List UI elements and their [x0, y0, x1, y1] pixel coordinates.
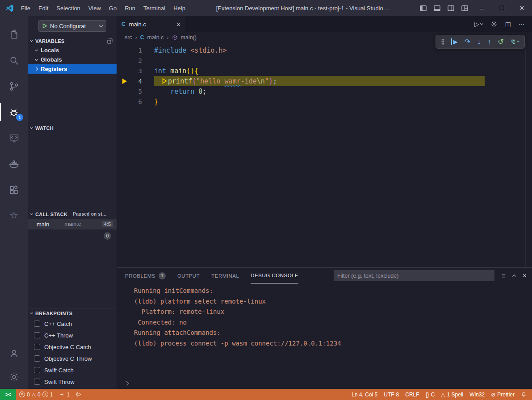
- breakpoint-item[interactable]: Swift Throw: [28, 376, 117, 388]
- restart-button[interactable]: ↺: [498, 38, 503, 46]
- menu-item-edit[interactable]: Edit: [34, 0, 52, 16]
- breadcrumb-symbol[interactable]: main(): [181, 34, 197, 41]
- code-editor[interactable]: 1#include <stdio.h>23int main(){4 printf…: [117, 43, 532, 267]
- debug-console-output[interactable]: Running initCommands:(lldb) platform sel…: [117, 283, 532, 377]
- breakpoint-item[interactable]: C++ Throw: [28, 329, 117, 341]
- breakpoint-item[interactable]: C++ Catch: [28, 318, 117, 329]
- more-actions-icon[interactable]: ⋯: [519, 21, 525, 28]
- drag-handle-icon[interactable]: [441, 39, 444, 45]
- step-over-button[interactable]: ↷: [465, 38, 470, 46]
- settings-button[interactable]: [0, 365, 28, 389]
- editor-settings-gear-icon[interactable]: [490, 21, 498, 28]
- panel-tab-output[interactable]: OUTPUT: [177, 268, 200, 283]
- symbol-method-icon: [172, 35, 178, 41]
- step-into-button[interactable]: ↓: [477, 38, 481, 46]
- menu-item-go[interactable]: Go: [105, 0, 121, 16]
- breakpoint-checkbox[interactable]: [34, 344, 40, 350]
- menu-item-selection[interactable]: Selection: [52, 0, 84, 16]
- console-filter-input[interactable]: [334, 270, 494, 281]
- maximize-panel-icon[interactable]: [512, 275, 515, 278]
- console-line: Running attachCommands:: [134, 329, 532, 340]
- variables-scope-locals[interactable]: Locals: [28, 46, 117, 55]
- formatter-status[interactable]: ⊘ Prettier: [488, 389, 518, 400]
- menu-item-file[interactable]: File: [17, 0, 34, 16]
- filter-list-icon[interactable]: ≡: [502, 272, 506, 279]
- call-stack-header[interactable]: CALL STACK Paused on st...: [28, 209, 117, 219]
- menu-item-view[interactable]: View: [84, 0, 105, 16]
- ports-status[interactable]: 1: [56, 389, 73, 400]
- variables-header[interactable]: VARIABLES: [28, 36, 117, 46]
- activity-explorer[interactable]: [0, 21, 28, 47]
- toggle-sidebar-icon[interactable]: [416, 5, 430, 11]
- maximize-button[interactable]: [492, 0, 512, 16]
- collapse-all-icon[interactable]: [107, 38, 113, 44]
- spell-checker-status[interactable]: △ 1 Spell: [438, 389, 466, 400]
- activity-search[interactable]: [0, 47, 28, 73]
- activity-source-control[interactable]: [0, 73, 28, 99]
- activity-bar: 1 ☆: [0, 16, 28, 389]
- editor-group: C main.c × ▷ ◫ ⋯ src › C main.c › main(): [117, 16, 532, 389]
- problems-status[interactable]: × 0 △ 0 i 1: [16, 389, 56, 400]
- breakpoint-item[interactable]: Objective C Throw: [28, 353, 117, 364]
- breadcrumb-file[interactable]: main.c: [147, 34, 164, 41]
- console-input-row[interactable]: [117, 377, 532, 389]
- breakpoints-title: BREAKPOINTS: [35, 311, 72, 316]
- breakpoint-checkbox[interactable]: [34, 379, 40, 385]
- breakpoint-checkbox[interactable]: [34, 332, 40, 338]
- code-line[interactable]: 3int main(){: [117, 66, 532, 76]
- run-c-file-button[interactable]: ▷: [474, 21, 483, 28]
- minimize-button[interactable]: –: [472, 0, 492, 16]
- continue-button[interactable]: ▶: [451, 38, 458, 45]
- menu-item-run[interactable]: Run: [121, 0, 139, 16]
- panel-tab-problems[interactable]: PROBLEMS1: [125, 268, 166, 283]
- notifications-bell[interactable]: [518, 389, 532, 400]
- breakpoint-checkbox[interactable]: [34, 367, 40, 373]
- menu-item-help[interactable]: Help: [169, 0, 189, 16]
- breadcrumb-src[interactable]: src: [125, 34, 132, 41]
- console-line: (lldb) process connect -p wasm connect:/…: [134, 340, 532, 350]
- eol-indicator[interactable]: CRLF: [402, 389, 422, 400]
- breakpoint-checkbox[interactable]: [34, 355, 40, 362]
- current-statement-arrow[interactable]: [117, 79, 132, 84]
- encoding-indicator[interactable]: UTF-8: [381, 389, 402, 400]
- close-button[interactable]: ×: [512, 0, 532, 16]
- activity-run-debug[interactable]: 1: [0, 99, 28, 125]
- split-editor-icon[interactable]: ◫: [505, 21, 511, 28]
- start-debug-icon[interactable]: [42, 23, 47, 29]
- panel-tab-terminal[interactable]: TERMINAL: [211, 268, 239, 283]
- breakpoint-checkbox[interactable]: [34, 321, 40, 327]
- customize-layout-icon[interactable]: [458, 5, 472, 11]
- tab-main-c[interactable]: C main.c ×: [117, 16, 185, 32]
- step-out-button[interactable]: ↑: [487, 38, 491, 46]
- remote-explorer-icon: [8, 133, 20, 144]
- code-line[interactable]: 5 return 0;: [117, 86, 532, 96]
- toggle-panel-icon[interactable]: [430, 5, 444, 11]
- code-line[interactable]: 6}: [117, 96, 532, 107]
- code-line[interactable]: 4 printf("hello wamr-ide\n");: [117, 76, 532, 86]
- watch-header[interactable]: WATCH: [28, 123, 117, 133]
- toggle-secondary-sidebar-icon[interactable]: [444, 5, 458, 11]
- close-tab-icon[interactable]: ×: [176, 21, 180, 28]
- stack-frame-row[interactable]: main main.c 4:5: [28, 219, 117, 229]
- activity-docker[interactable]: [0, 151, 28, 177]
- debug-configuration-dropdown[interactable]: No Configurat: [38, 20, 106, 32]
- menu-item-terminal[interactable]: Terminal: [139, 0, 169, 16]
- os-indicator[interactable]: Win32: [466, 389, 488, 400]
- code-line[interactable]: 2: [117, 55, 532, 66]
- breakpoint-item[interactable]: Swift Catch: [28, 364, 117, 376]
- disconnect-button[interactable]: ↯: [511, 38, 519, 46]
- cursor-position[interactable]: Ln 4, Col 5: [348, 389, 381, 400]
- account-button[interactable]: [0, 342, 28, 365]
- close-panel-icon[interactable]: ×: [523, 272, 527, 280]
- activity-favorites[interactable]: ☆: [0, 203, 28, 229]
- activity-remote-explorer[interactable]: [0, 125, 28, 151]
- debug-start-status[interactable]: [73, 389, 85, 400]
- breakpoints-header[interactable]: BREAKPOINTS: [28, 308, 117, 318]
- variables-scope-globals[interactable]: Globals: [28, 55, 117, 64]
- breakpoint-item[interactable]: Objective C Catch: [28, 341, 117, 353]
- remote-indicator[interactable]: ><: [0, 389, 16, 400]
- language-mode[interactable]: {} C: [423, 389, 438, 400]
- panel-tab-debug-console[interactable]: DEBUG CONSOLE: [251, 268, 298, 283]
- activity-extensions[interactable]: [0, 177, 28, 203]
- variables-scope-registers[interactable]: Registers: [28, 64, 117, 74]
